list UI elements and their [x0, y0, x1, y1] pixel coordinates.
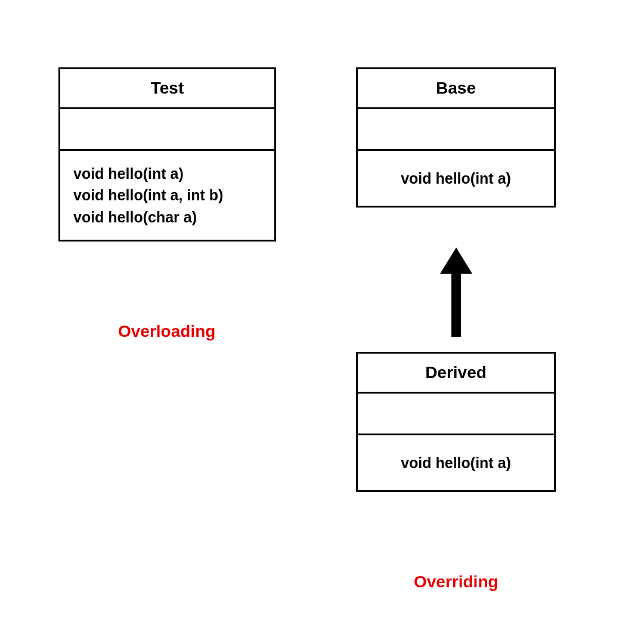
class-title-test: Test	[60, 69, 274, 109]
class-box-derived: Derived void hello(int a)	[356, 352, 556, 492]
method-line: void hello(int a, int b)	[73, 184, 261, 206]
caption-overriding: Overriding	[414, 572, 499, 592]
method-line: void hello(int a)	[371, 168, 541, 189]
method-line: void hello(int a)	[371, 452, 541, 473]
class-attrs-base	[358, 109, 554, 151]
class-methods-test: void hello(int a) void hello(int a, int …	[60, 151, 274, 240]
svg-marker-0	[440, 247, 472, 274]
method-line: void hello(int a)	[73, 163, 261, 184]
class-box-test: Test void hello(int a) void hello(int a,…	[58, 67, 276, 242]
svg-rect-1	[451, 271, 461, 337]
caption-overloading: Overloading	[118, 322, 215, 341]
class-title-derived: Derived	[358, 354, 554, 394]
class-title-base: Base	[358, 69, 554, 109]
class-attrs-derived	[358, 394, 554, 435]
class-methods-base: void hello(int a)	[358, 151, 554, 206]
class-box-base: Base void hello(int a)	[356, 67, 556, 208]
method-line: void hello(char a)	[73, 206, 261, 228]
class-methods-derived: void hello(int a)	[358, 435, 554, 490]
inheritance-arrow-icon	[435, 247, 477, 339]
class-attrs-test	[60, 109, 274, 151]
